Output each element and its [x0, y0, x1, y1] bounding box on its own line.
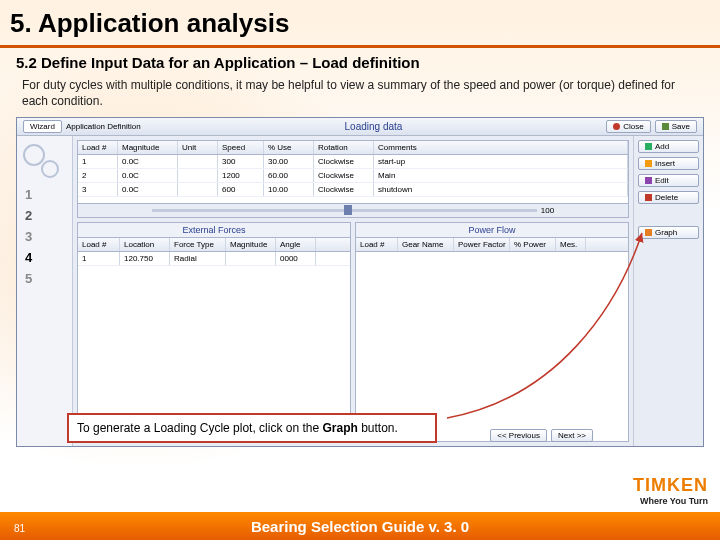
col-header[interactable]: Comments — [374, 141, 628, 154]
add-button[interactable]: Add — [638, 140, 699, 153]
footer-band: Bearing Selection Guide v. 3. 0 — [0, 512, 720, 540]
slider-value: 100 — [541, 206, 554, 215]
trash-icon — [645, 194, 652, 201]
edit-button[interactable]: Edit — [638, 174, 699, 187]
footer-title: Bearing Selection Guide v. 3. 0 — [0, 518, 720, 535]
col-header[interactable]: Force Type — [170, 238, 226, 251]
close-icon — [613, 123, 620, 130]
col-header[interactable]: Mes. — [556, 238, 586, 251]
chart-icon — [645, 229, 652, 236]
col-header[interactable]: Speed — [218, 141, 264, 154]
instruction-callout: To generate a Loading Cycle plot, click … — [67, 413, 437, 443]
col-header[interactable]: Rotation — [314, 141, 374, 154]
app-titlebar: Wizard Application Definition Loading da… — [17, 118, 703, 136]
percent-use-slider[interactable]: 100 — [78, 203, 628, 217]
wizard-sidebar: 1 2 3 4 5 — [17, 136, 73, 446]
table-row[interactable]: 1 0.0C 300 30.00 Clockwise start-up — [78, 155, 628, 169]
next-button[interactable]: Next >> — [551, 429, 593, 442]
pencil-icon — [645, 177, 652, 184]
col-header[interactable]: Magnitude — [118, 141, 178, 154]
col-header[interactable]: Load # — [78, 238, 120, 251]
save-icon — [662, 123, 669, 130]
col-header[interactable]: Angle — [276, 238, 316, 251]
brand-logo: TIMKEN Where You Turn — [633, 475, 708, 506]
window-title: Application Definition — [66, 122, 141, 131]
table-row[interactable]: 2 0.0C 1200 60.00 Clockwise Main — [78, 169, 628, 183]
prev-button[interactable]: << Previous — [490, 429, 547, 442]
col-header[interactable]: % Use — [264, 141, 314, 154]
slide-subtitle: 5.2 Define Input Data for an Application… — [0, 48, 720, 75]
graph-button[interactable]: Graph — [638, 226, 699, 239]
application-window: Wizard Application Definition Loading da… — [16, 117, 704, 447]
table-row[interactable]: 1 120.750 Radial 0000 — [78, 252, 350, 266]
step-num: 1 — [25, 188, 68, 201]
col-header[interactable]: Unit — [178, 141, 218, 154]
col-header[interactable]: Gear Name — [398, 238, 454, 251]
external-forces-title: External Forces — [77, 222, 351, 237]
slide-title: 5. Application analysis — [0, 0, 720, 48]
wizard-title: Loading data — [141, 121, 607, 132]
wizard-chip[interactable]: Wizard — [23, 120, 62, 133]
power-flow-title: Power Flow — [355, 222, 629, 237]
step-num: 2 — [25, 209, 68, 222]
insert-icon — [645, 160, 652, 167]
col-header[interactable]: Power Factor — [454, 238, 510, 251]
gears-icon — [21, 142, 65, 182]
delete-button[interactable]: Delete — [638, 191, 699, 204]
col-header[interactable]: Magnitude — [226, 238, 276, 251]
step-num: 4 — [25, 251, 68, 264]
table-row[interactable]: 3 0.0C 600 10.00 Clockwise shutdown — [78, 183, 628, 197]
page-number: 81 — [14, 523, 25, 534]
close-button[interactable]: Close — [606, 120, 650, 133]
insert-button[interactable]: Insert — [638, 157, 699, 170]
step-num: 5 — [25, 272, 68, 285]
save-button[interactable]: Save — [655, 120, 697, 133]
plus-icon — [645, 143, 652, 150]
col-header[interactable]: Load # — [356, 238, 398, 251]
col-header[interactable]: % Power — [510, 238, 556, 251]
load-grid: Load # Magnitude Unit Speed % Use Rotati… — [77, 140, 629, 218]
col-header[interactable]: Location — [120, 238, 170, 251]
slide-body: For duty cycles with multiple conditions… — [0, 75, 720, 115]
step-num: 3 — [25, 230, 68, 243]
action-sidebar: Add Insert Edit Delete Graph — [633, 136, 703, 446]
col-header[interactable]: Load # — [78, 141, 118, 154]
